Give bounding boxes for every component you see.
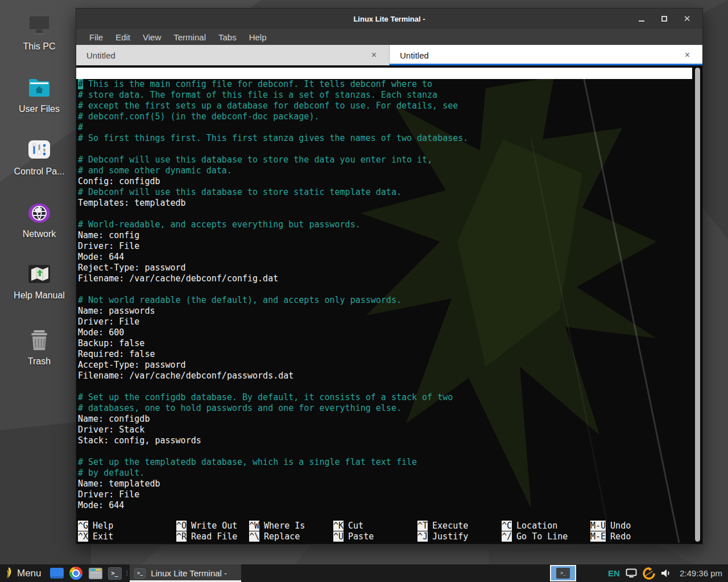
nano-line: # databases, one to hold passwords and o… [78,403,702,414]
nano-shortcut: ^OWrite Out [176,521,249,531]
menu-help[interactable]: Help [243,32,273,42]
nano-line: Mode: 600 [78,327,702,338]
nano-line: Driver: File [78,489,702,500]
maximize-icon[interactable] [660,15,668,23]
desktop-icon-label: Help Manual [0,290,78,301]
nano-line: # by default. [78,468,702,479]
trash-icon [27,329,52,352]
nano-line: # World-readable, and accepts everything… [78,219,702,230]
menu-file[interactable]: File [83,32,109,42]
tab-untitled-2[interactable]: Untitled × [390,45,702,65]
nano-line [78,144,702,155]
nano-shortcut: ^\Replace [249,531,333,542]
nano-header: GNU nano 7.2 /etc/debconf.conf [76,68,692,79]
system-tray: EN 2:49:36 pm [608,567,728,580]
shortcut-key: ^J [417,531,428,542]
terminal-icon: >_ [134,568,146,579]
task-button-label: Linux Lite Terminal - [151,568,227,578]
nano-shortcut: ^/Go To Line [502,531,590,542]
desktop-icon-help-manual[interactable]: Help Manual [0,263,78,301]
desktop-icon-user-files[interactable]: User Files [0,76,78,114]
sliders-icon [27,139,52,163]
nano-line: # Set up the configdb database. By defau… [78,392,702,403]
nano-line: Stack: config, passwords [78,435,702,446]
nano-line: Backup: false [78,338,702,349]
nano-line: Driver: Stack [78,425,702,435]
shortcut-key: ^O [176,521,187,531]
menu-tabs[interactable]: Tabs [212,32,243,42]
language-indicator[interactable]: EN [608,568,620,578]
update-manager-icon[interactable] [643,567,655,580]
desktop-icon-label: Control Pa... [0,167,78,177]
terminal-screen[interactable]: GNU nano 7.2 /etc/debconf.conf # This is… [76,65,702,544]
terminal-launcher[interactable]: >_ [107,567,122,580]
volume-icon[interactable] [661,568,672,578]
shortcut-key: ^W [249,521,259,531]
close-icon[interactable]: ✕ [683,15,691,23]
nano-line: # So first things first. This first stan… [78,133,702,144]
nano-line: Name: passwords [78,306,702,317]
workspace-pager[interactable]: >_ [550,565,576,581]
nano-line: Mode: 644 [78,500,702,511]
tab-close-icon[interactable]: × [682,50,692,60]
desktop-icon-this-pc[interactable]: This PC [0,14,78,52]
nano-shortcut: ^CLocation [502,521,590,531]
tab-label: Untitled [86,51,115,60]
desktop-icon-network[interactable]: Network [0,201,78,239]
menu-terminal[interactable]: Terminal [167,32,212,42]
shortcut-label: Write Out [191,521,237,531]
minimize-icon[interactable] [638,15,646,23]
nano-line: # and some other dynamic data. [78,165,702,176]
shortcut-key: ^U [333,531,344,542]
desktop-icon-control-panel[interactable]: Control Pa... [0,139,78,177]
shortcut-label: Location [516,521,557,531]
shortcut-label: Redo [610,531,631,542]
monitor-icon [27,14,52,38]
nano-shortcut: ^KCut [333,521,417,531]
menu-button[interactable]: Menu [0,564,47,582]
nano-line: # Debconf will use this database to stor… [78,155,702,165]
archive-launcher[interactable] [88,567,103,580]
shortcut-label: Go To Line [516,531,568,542]
window-title: Linux Lite Terminal - [76,15,702,23]
shortcut-key: ^K [333,521,344,531]
window-menubar: File Edit View Terminal Tabs Help [76,29,702,45]
nano-shortcuts-row-2: ^XExit^RRead File^\Replace^UPaste^JJusti… [78,531,692,542]
nano-line: Driver: File [78,317,702,327]
clock[interactable]: 2:49:36 pm [680,568,722,578]
nano-shortcut: ^UPaste [333,531,417,542]
nano-line: Config: configdb [78,176,702,187]
nano-shortcut: ^JJustify [417,531,502,542]
nano-line: Name: configdb [78,414,702,425]
nano-line: Mode: 644 [78,252,702,263]
shortcut-label: Exit [93,531,113,542]
nano-line: Name: templatedb [78,479,702,489]
menu-edit[interactable]: Edit [109,32,136,42]
display-tray-icon[interactable] [626,568,637,578]
window-titlebar[interactable]: Linux Lite Terminal - ✕ [76,9,702,29]
nano-line: # Debconf will use this database to stor… [78,187,702,198]
nano-line: # [78,122,702,133]
task-button-terminal[interactable]: >_ Linux Lite Terminal - [130,564,241,582]
window-controls: ✕ [638,15,702,23]
shortcut-label: Where Is [264,521,305,531]
nano-shortcut: ^RRead File [176,531,249,542]
terminal-scrollbar[interactable] [695,68,700,542]
nano-line: Filename: /var/cache/debconf/config.dat [78,273,702,284]
shortcut-key: ^R [176,531,187,542]
home-folder-icon [27,76,52,100]
menu-view[interactable]: View [136,32,167,42]
browser-launcher[interactable] [69,567,84,580]
file-manager-launcher[interactable] [49,567,64,580]
shortcut-key: ^C [502,521,512,531]
nano-line: # store data. The format of this file is… [78,90,702,101]
nano-line: # Not world readable (the default), and … [78,295,702,306]
nano-line: # Set up the templatedb database, which … [78,457,702,468]
desktop-icon-trash[interactable]: Trash [0,329,78,367]
nano-line: # This is the main config file for debco… [78,79,702,90]
tab-untitled-1[interactable]: Untitled × [76,45,390,65]
nano-line: # except the first sets up a database fo… [78,101,702,111]
workspace-window-thumb: >_ [556,568,570,579]
tab-close-icon[interactable]: × [369,50,379,60]
shortcut-key: M-U [590,521,606,531]
